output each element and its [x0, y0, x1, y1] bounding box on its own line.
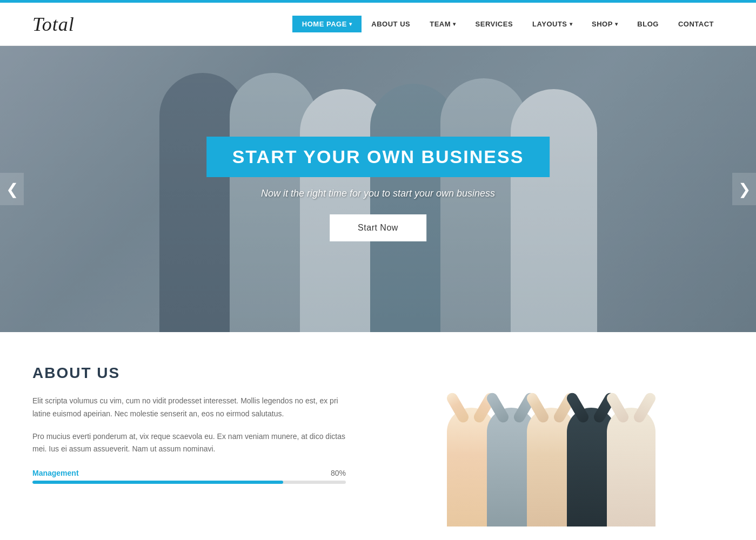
- site-header: Total HOME PAGE ▾ ABOUT US TEAM ▾ SERVIC…: [0, 3, 756, 46]
- start-now-button[interactable]: Start Now: [330, 214, 426, 241]
- chevron-left-icon: ❮: [6, 180, 18, 198]
- nav-item-team[interactable]: TEAM ▾: [420, 16, 465, 32]
- nav-item-contact[interactable]: CONTACT: [668, 16, 724, 32]
- nav-item-shop[interactable]: SHOP ▾: [582, 16, 627, 32]
- about-paragraph-2: Pro mucius everti ponderum at, vix reque…: [32, 430, 346, 456]
- hero-title-box: START YOUR OWN BUSINESS: [206, 137, 550, 177]
- skill-percent-label: 80%: [331, 469, 346, 477]
- about-right-column: [378, 364, 724, 526]
- about-section: ABOUT US Elit scripta volumus cu vim, cu…: [0, 332, 756, 540]
- main-navigation: HOME PAGE ▾ ABOUT US TEAM ▾ SERVICES LAY…: [292, 16, 724, 32]
- celebration-image: [438, 364, 665, 526]
- chevron-down-icon: ▾: [349, 21, 352, 27]
- chevron-right-icon: ❯: [738, 180, 751, 198]
- chevron-down-icon: ▾: [570, 21, 573, 27]
- about-paragraph-1: Elit scripta volumus cu vim, cum no vidi…: [32, 395, 346, 421]
- skill-row: Management 80%: [32, 469, 346, 477]
- cel-person-5: [607, 408, 655, 526]
- skill-label: Management: [32, 469, 79, 477]
- skill-bar-background: [32, 481, 346, 484]
- hero-slider: START YOUR OWN BUSINESS Now it the right…: [0, 46, 756, 332]
- site-logo[interactable]: Total: [32, 13, 75, 36]
- hero-subtitle: Now it the right time for you to start y…: [206, 188, 550, 199]
- slider-next-button[interactable]: ❯: [732, 173, 756, 205]
- nav-item-services[interactable]: SERVICES: [466, 16, 523, 32]
- nav-item-layouts[interactable]: LAYOUTS ▾: [523, 16, 582, 32]
- nav-item-about-us[interactable]: ABOUT US: [362, 16, 420, 32]
- slider-prev-button[interactable]: ❮: [0, 173, 24, 205]
- about-title: ABOUT US: [32, 364, 346, 382]
- chevron-down-icon: ▾: [453, 21, 456, 27]
- hero-content: START YOUR OWN BUSINESS Now it the right…: [206, 137, 550, 241]
- hero-title: START YOUR OWN BUSINESS: [232, 146, 524, 167]
- about-left-column: ABOUT US Elit scripta volumus cu vim, cu…: [32, 364, 346, 484]
- nav-item-home-page[interactable]: HOME PAGE ▾: [292, 16, 362, 32]
- chevron-down-icon: ▾: [615, 21, 618, 27]
- nav-item-blog[interactable]: BLOG: [627, 16, 668, 32]
- skill-bar-fill: [32, 481, 283, 484]
